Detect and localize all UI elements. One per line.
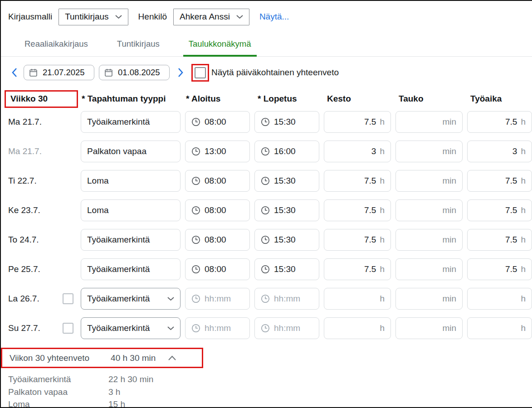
end-header: * Lopetus xyxy=(254,94,319,104)
worktime-field[interactable]: 7.5h xyxy=(467,199,532,221)
recording-model-select[interactable]: Tuntikirjaus xyxy=(59,9,128,25)
end-date-input[interactable]: 01.08.2025 xyxy=(99,65,170,80)
recording-model-label: Kirjausmalli xyxy=(8,12,52,22)
worktime-field[interactable]: 7.5h xyxy=(467,111,532,133)
chevron-left-icon[interactable] xyxy=(11,68,18,78)
break-field[interactable]: min xyxy=(395,229,463,251)
worktime-field[interactable]: 7.5h xyxy=(467,229,532,251)
annotation-box-week: Viikko 30 xyxy=(5,90,78,108)
summary-item-value: 3 h xyxy=(108,386,120,398)
clock-icon xyxy=(261,117,270,126)
break-field[interactable]: min xyxy=(395,258,463,280)
annotation-box-week-summary: Viikon 30 yhteenveto 40 h 30 min xyxy=(1,348,203,368)
start-date-value: 21.07.2025 xyxy=(43,68,85,78)
clock-icon xyxy=(261,235,270,244)
worktime-field[interactable]: h xyxy=(467,288,532,310)
event-type-field[interactable]: Loma xyxy=(81,170,181,192)
end-time-field[interactable]: 16:00 xyxy=(254,141,319,162)
end-time-field[interactable]: 15:30 xyxy=(254,111,319,133)
calendar-icon xyxy=(29,68,37,77)
start-time-field[interactable]: hh:mm xyxy=(185,288,250,310)
start-time-field[interactable]: 08:00 xyxy=(185,199,250,221)
duration-field[interactable]: h xyxy=(324,317,391,339)
end-date-value: 01.08.2025 xyxy=(118,68,160,78)
person-value: Ahkera Anssi xyxy=(180,12,230,22)
worktime-field[interactable]: 7.5h xyxy=(467,258,532,280)
day-label: Ma 21.7. xyxy=(8,117,76,127)
duration-field[interactable]: 7.5h xyxy=(324,111,391,133)
duration-field[interactable]: h xyxy=(324,288,391,310)
duration-field[interactable]: 3h xyxy=(324,141,391,162)
worktime-field[interactable]: 3h xyxy=(467,141,532,162)
event-type-field[interactable]: Työaikamerkintä xyxy=(81,111,181,133)
break-field[interactable]: min xyxy=(395,141,463,162)
event-type-field[interactable]: Työaikamerkintä xyxy=(81,258,181,280)
week-summary-total: 40 h 30 min xyxy=(111,353,156,363)
table-row: Ti 22.7. Loma 08:00 15:30 7.5h min 7.5h xyxy=(1,170,532,192)
event-type-select[interactable]: Työaikamerkintä xyxy=(81,288,181,310)
duration-field[interactable]: 7.5h xyxy=(324,199,391,221)
start-time-field[interactable]: hh:mm xyxy=(185,317,250,339)
tab-tuntikirjaus[interactable]: Tuntikirjaus xyxy=(112,36,165,57)
end-time-field[interactable]: hh:mm xyxy=(254,288,319,310)
event-type-field[interactable]: Työaikamerkintä xyxy=(81,229,181,251)
clock-icon xyxy=(261,265,270,274)
break-field[interactable]: min xyxy=(395,199,463,221)
table-row: Su 27.7. Työaikamerkintä hh:mm hh:mm h m… xyxy=(1,317,532,339)
clock-icon xyxy=(191,235,200,244)
event-type-select[interactable]: Työaikamerkintä xyxy=(81,317,181,339)
day-label: Pe 25.7. xyxy=(8,264,76,274)
start-date-input[interactable]: 21.07.2025 xyxy=(24,65,94,80)
clock-icon xyxy=(261,147,270,156)
row-checkbox[interactable] xyxy=(63,323,73,334)
summary-item-label: Työaikamerkintä xyxy=(8,373,108,386)
break-field[interactable]: min xyxy=(395,170,463,192)
clock-icon xyxy=(191,206,200,215)
event-type-field[interactable]: Palkaton vapaa xyxy=(81,141,181,162)
event-type-field[interactable]: Loma xyxy=(81,199,181,221)
chevron-up-icon[interactable] xyxy=(168,355,176,361)
end-time-field[interactable]: 15:30 xyxy=(254,258,319,280)
worktime-field[interactable]: 7.5h xyxy=(467,170,532,192)
tab-taulukkonakyma[interactable]: Taulukkonäkymä xyxy=(183,36,257,57)
duration-field[interactable]: 7.5h xyxy=(324,229,391,251)
summary-item-value: 15 h xyxy=(108,398,125,408)
chevron-down-icon xyxy=(167,326,174,330)
clock-icon xyxy=(191,294,200,303)
break-field[interactable]: min xyxy=(395,288,463,310)
start-time-field[interactable]: 08:00 xyxy=(185,258,250,280)
summary-item-label: Palkaton vapaa xyxy=(8,386,108,398)
chevron-right-icon[interactable] xyxy=(177,68,184,78)
tab-bar: Reaaliaikakirjaus Tuntikirjaus Taulukkon… xyxy=(1,36,532,57)
start-time-field[interactable]: 08:00 xyxy=(185,170,250,192)
table-body: Ma 21.7. Työaikamerkintä 08:00 15:30 7.5… xyxy=(1,111,532,339)
end-time-field[interactable]: 15:30 xyxy=(254,170,319,192)
duration-field[interactable]: 7.5h xyxy=(324,170,391,192)
day-label: Ti 22.7. xyxy=(8,176,76,186)
start-time-field[interactable]: 08:00 xyxy=(185,229,250,251)
end-time-field[interactable]: hh:mm xyxy=(254,317,319,339)
table-row: Ma 21.7. Palkaton vapaa 13:00 16:00 3h m… xyxy=(1,141,532,162)
end-time-field[interactable]: 15:30 xyxy=(254,229,319,251)
day-label: La 26.7. xyxy=(8,293,76,304)
break-field[interactable]: min xyxy=(395,317,463,339)
start-time-field[interactable]: 08:00 xyxy=(185,111,250,133)
clock-icon xyxy=(261,176,270,185)
chevron-down-icon xyxy=(167,296,174,301)
tab-reaaliaikakirjaus[interactable]: Reaaliaikakirjaus xyxy=(19,36,93,57)
row-checkbox[interactable] xyxy=(63,293,73,304)
worktime-field[interactable]: h xyxy=(467,317,532,339)
break-field[interactable]: min xyxy=(395,111,463,133)
type-header: * Tapahtuman tyyppi xyxy=(81,94,181,104)
person-select[interactable]: Ahkera Anssi xyxy=(173,9,249,25)
start-time-field[interactable]: 13:00 xyxy=(185,141,250,162)
date-navigation: 21.07.2025 01.08.2025 Näytä päiväkohtain… xyxy=(11,64,532,81)
end-time-field[interactable]: 15:30 xyxy=(254,199,319,221)
summary-item: Palkaton vapaa 3 h xyxy=(8,386,532,398)
daily-summary-checkbox[interactable] xyxy=(195,67,206,78)
duration-field[interactable]: 7.5h xyxy=(324,258,391,280)
clock-icon xyxy=(261,206,270,215)
summary-item-label: Loma xyxy=(8,398,108,408)
show-link[interactable]: Näytä... xyxy=(259,12,289,22)
day-label: Ma 21.7. xyxy=(8,146,76,156)
